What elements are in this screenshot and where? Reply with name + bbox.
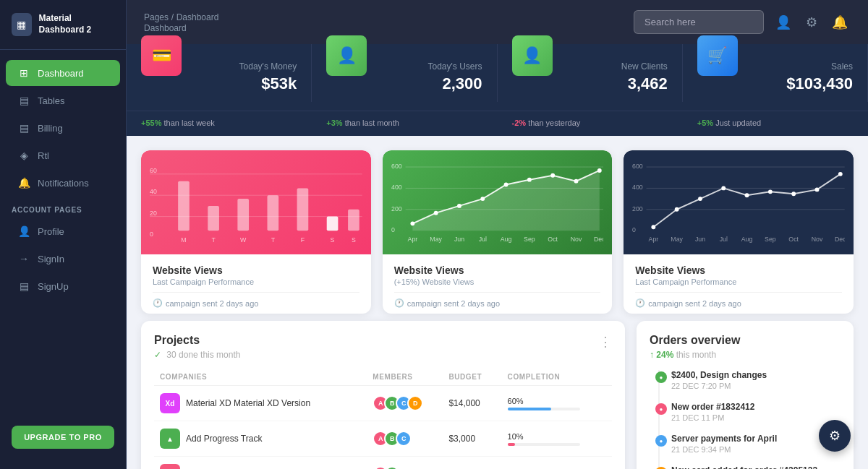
timeline-date: 21 DEC 9:34 PM	[671, 445, 841, 454]
chart-meta-3: 🕐 campaign sent 2 days ago	[635, 292, 842, 308]
svg-rect-13	[348, 210, 359, 231]
bar-chart: 60 40 20 0 M T W T F	[150, 159, 362, 246]
stat-text-money: than last week	[164, 119, 215, 127]
logo-icon: ▦	[12, 13, 32, 36]
svg-text:60: 60	[150, 167, 157, 174]
sidebar-item-label: Profile	[38, 226, 64, 237]
charts-section: 60 40 20 0 M T W T F	[127, 136, 868, 321]
svg-text:Jul: Jul	[720, 236, 728, 243]
svg-text:May: May	[671, 236, 684, 243]
orders-subtitle: ↑ 24% this month	[650, 350, 841, 360]
sidebar-item-notifications[interactable]: 🔔 Notifications	[6, 170, 120, 196]
svg-point-35	[574, 179, 578, 184]
upgrade-button[interactable]: UPGRADE TO PRO	[12, 426, 114, 449]
stat-pct-users: +3%	[326, 119, 342, 127]
sidebar-item-tables[interactable]: ▤ Tables	[6, 87, 120, 113]
col-completion: COMPLETION	[502, 369, 612, 386]
svg-text:Jun: Jun	[695, 236, 705, 243]
search-input[interactable]	[634, 10, 764, 34]
stat-text-sales: Just updated	[715, 119, 761, 127]
avatars: ABC	[373, 431, 437, 447]
svg-text:T: T	[271, 236, 276, 244]
svg-point-28	[410, 221, 414, 225]
svg-text:0: 0	[632, 226, 636, 233]
chart-title-2: Website Views	[394, 264, 601, 276]
sidebar-item-rtl[interactable]: ◈ Rtl	[6, 142, 120, 168]
stat-value-clients: 3,462	[512, 74, 668, 93]
timeline-date: 22 DEC 7:20 PM	[671, 382, 841, 390]
billing-icon: ▤	[17, 122, 30, 134]
breadcrumb: Pages / Dashboard Dashboard	[144, 12, 218, 33]
breadcrumb-current: Dashboard	[176, 12, 219, 22]
rtl-icon: ◈	[17, 150, 30, 161]
svg-text:Apr: Apr	[407, 236, 417, 243]
fab-button[interactable]: ⚙	[819, 420, 851, 452]
svg-text:Dec: Dec	[594, 236, 604, 243]
chart-bottom-1: Website Views Last Campaign Performance …	[141, 254, 371, 314]
projects-title: Projects	[154, 334, 240, 347]
budget-cell: $14,000	[443, 386, 501, 421]
person-icon[interactable]: 👤	[773, 12, 794, 33]
svg-text:Jul: Jul	[478, 236, 486, 243]
sidebar-item-dashboard[interactable]: ⊞ Dashboard	[6, 60, 120, 86]
budget-cell: Not set	[443, 457, 501, 470]
stat-footer-money: +55% than last week	[127, 111, 312, 136]
stat-footer-users: +3% than last month	[312, 111, 497, 136]
svg-point-30	[457, 204, 461, 208]
person-icon: 👤	[17, 225, 30, 237]
svg-text:F: F	[301, 236, 305, 244]
col-members: MEMBERS	[367, 369, 443, 386]
completion-cell: 100%	[502, 457, 612, 470]
svg-point-32	[503, 183, 508, 187]
table-row: XdMaterial XD Material XD VersionABCD$14…	[154, 386, 612, 421]
logo-text: Material Dashboard 2	[39, 13, 114, 35]
timeline-item: ● $2400, Design changes 22 DEC 7:20 PM	[671, 370, 841, 390]
bell-icon[interactable]: 🔔	[829, 12, 851, 33]
chart-title-1: Website Views	[153, 264, 359, 276]
sidebar-item-billing[interactable]: ▤ Billing	[6, 115, 120, 141]
account-section-label: ACCOUNT PAGES	[0, 197, 126, 217]
projects-subtitle: ✓ 30 done this month	[154, 350, 240, 360]
table-row: ✦Fix Platform ErrorsABNot set 100%	[154, 457, 612, 470]
svg-point-34	[550, 173, 555, 178]
stat-footer-clients: -2% than yesterday	[498, 111, 683, 136]
stat-value-money: $53k	[141, 74, 297, 93]
timeline-text: New card added for order #4395133	[671, 465, 841, 469]
svg-rect-11	[297, 188, 309, 231]
svg-text:200: 200	[391, 205, 402, 212]
sidebar-nav: ⊞ Dashboard ▤ Tables ▤ Billing ◈ Rtl 🔔 N…	[0, 50, 126, 414]
stats-row: 💳 Today's Money $53k +55% than last week…	[127, 44, 868, 136]
sidebar-item-label: Dashboard	[38, 68, 84, 79]
money-icon-box: 💳	[141, 35, 182, 76]
svg-text:Nov: Nov	[570, 236, 582, 243]
chart-top-3: 600 400 200 0 Apr	[624, 150, 854, 254]
svg-text:0: 0	[391, 226, 395, 233]
svg-text:Aug: Aug	[500, 236, 511, 243]
svg-text:S: S	[352, 236, 356, 244]
svg-text:600: 600	[391, 163, 402, 170]
chart-subtitle-3: Last Campaign Performance	[635, 277, 842, 286]
sidebar-item-signup[interactable]: ▤ SignUp	[6, 273, 120, 299]
signin-icon: →	[17, 253, 30, 264]
stat-footer-sales: +5% Just updated	[683, 111, 868, 136]
sales-icon-box: 🛒	[697, 35, 738, 76]
more-icon[interactable]: ⋮	[599, 334, 612, 350]
svg-text:600: 600	[632, 163, 643, 170]
avatars: ABCD	[373, 395, 437, 411]
svg-point-57	[745, 193, 749, 197]
svg-text:40: 40	[150, 188, 157, 195]
orders-card: Orders overview ↑ 24% this month ● $2400…	[637, 321, 854, 469]
bell-icon: 🔔	[17, 177, 30, 189]
col-budget: BUDGET	[443, 369, 501, 386]
settings-icon[interactable]: ⚙	[803, 12, 820, 33]
timeline-text: $2400, Design changes	[671, 370, 841, 380]
svg-point-56	[722, 186, 726, 190]
breadcrumb-root: Pages	[144, 12, 169, 22]
stat-pct-clients: -2%	[512, 119, 527, 127]
chart-bottom-3: Website Views Last Campaign Performance …	[624, 254, 854, 314]
sidebar-item-profile[interactable]: 👤 Profile	[6, 218, 120, 244]
stat-value-sales: $103,430	[697, 74, 853, 93]
company-badge: Xd	[160, 393, 180, 413]
sidebar-item-signin[interactable]: → SignIn	[6, 246, 120, 272]
stat-pct-money: +55%	[141, 119, 161, 127]
